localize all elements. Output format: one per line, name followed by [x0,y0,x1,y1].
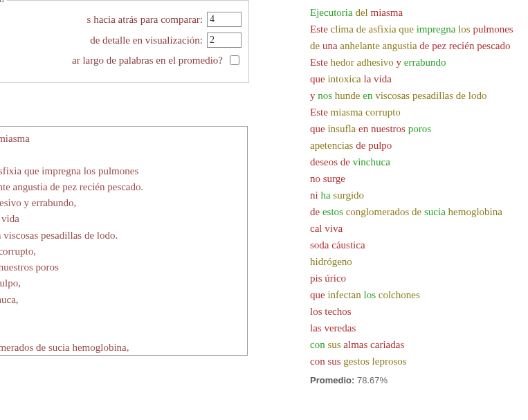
poem-token: una [322,40,340,51]
poem-token: la vida [364,73,392,84]
poem-token: anhelante angustia [340,40,419,51]
poem-line: con sus gestos leprosos [310,353,521,369]
poem-token: los techos [310,306,352,317]
average-label: Promedio: [310,375,354,385]
poem-token: hunde [335,90,363,101]
poem-token: no surge [310,173,345,184]
config-fieldset: guración s hacia atrás para comparar: de… [0,0,249,83]
poem-token: almas cariadas [343,339,404,350]
poem-token: viscosas pesadillas de lodo [375,90,486,101]
poem-token: sucia [424,206,448,217]
poem-token: hemoglobina [448,206,502,217]
poem-token: Este [310,57,331,68]
poem-line: pis úrico [310,270,521,286]
poem-line: las veredas [310,320,521,336]
poem-line: cal viva [310,220,521,237]
poem-token: infectan [327,289,363,300]
poem-token: y [397,57,404,68]
lookback-label: s hacia atrás para comparar: [87,14,203,26]
poem-line: ni ha surgido [310,187,521,203]
poem-line: Ejecutoria del miasma [310,4,521,21]
config-row-lookback: s hacia atrás para comparar: [0,12,242,27]
poem-line: hidrógeno [310,253,521,270]
textarea-wrap [0,126,249,358]
poem-token: nos [318,90,335,101]
poem-token: de [310,40,322,51]
poem-token: que [310,123,327,134]
config-row-detail: de detalle en visualización: [0,33,242,48]
poem-token: apetencias [310,140,356,151]
poem-token: poros [408,123,431,134]
poem-line: Este clima de asfixia que impregna los p… [310,21,521,37]
detail-input[interactable] [207,33,242,48]
poem-token: cal viva [310,223,343,234]
poem-token: en [363,90,375,101]
poem-token: hidrógeno [310,256,352,267]
poem-token: Este [310,24,331,35]
poem-textarea[interactable] [0,126,248,356]
poem-token: soda cáustica [310,239,365,250]
poem-token: errabundo [404,57,446,68]
poem-line: y nos hunde en viscosas pesadillas de lo… [310,87,521,104]
poem-line: soda cáustica [310,237,521,253]
poem-line: de estos conglomerados de sucia hemoglob… [310,203,521,220]
average-value: 78.67% [354,375,388,385]
poem-line: que infectan los colchones [310,286,521,303]
poem-token: pulmones [473,24,513,35]
poem-token: impregna [417,24,458,35]
poem-token: pis úrico [310,273,346,284]
lookback-input[interactable] [207,12,242,27]
wordlength-checkbox[interactable] [230,55,239,65]
poem-token: sus [327,339,343,350]
poem-token: que [310,289,327,300]
poem-token: miasma [370,7,403,18]
poem-line: deseos de vinchuca [310,154,521,170]
poem-token: de [310,206,322,217]
poem-line: no surge [310,170,521,187]
left-column: guración s hacia atrás para comparar: de… [0,0,249,385]
config-row-wordlength: ar largo de palabras en el promedio? [0,53,242,67]
poem-token: ni [310,190,320,201]
poem-token: gestos leprosos [343,356,406,367]
poem-line: de una anhelante angustia de pez recién … [310,37,521,54]
poem-line: que insufla en nuestros poros [310,120,521,137]
poem-token: deseos de [310,156,353,167]
poem-token: de pez recién pescado [419,40,510,51]
poem-line: los techos [310,303,521,320]
poem-token: vinchuca [353,156,390,167]
poem-token: clima de asfixia que [331,24,417,35]
poem-token: los [363,289,378,300]
poem-token: surgido [333,190,364,201]
config-legend: guración [0,0,7,5]
poem-token: Este [310,107,331,118]
poem-token: Ejecutoria [310,7,353,18]
poem-token: colchones [379,289,420,300]
poem-token: en nuestros [358,123,408,134]
poem-token: hedor adhesivo [331,57,397,68]
poem-token: de pulpo [356,140,392,151]
detail-label: de detalle en visualización: [90,35,203,46]
poem-token: los [458,24,473,35]
poem-token: del [353,7,371,18]
poem-token: que [310,73,327,84]
poem-visualization: Ejecutoria del miasmaEste clima de asfix… [310,4,521,388]
poem-line: Este hedor adhesivo y errabundo [310,54,521,71]
poem-line: que intoxica la vida [310,71,521,87]
poem-token: con [310,339,327,350]
poem-token: intoxica [327,73,363,84]
poem-token: estos [322,206,346,217]
poem-token: insufla [327,123,358,134]
poem-token: las veredas [310,322,356,334]
poem-token: ha [320,190,333,201]
poem-token: conglomerados de [346,206,424,217]
poem-line: apetencias de pulpo [310,137,521,154]
wordlength-label: ar largo de palabras en el promedio? [72,55,223,66]
average-line: Promedio: 78.67% [310,374,521,388]
poem-token: miasma corrupto [331,107,401,118]
poem-line: Este miasma corrupto [310,104,521,120]
poem-token: con sus [310,356,343,367]
poem-line: con sus almas cariadas [310,336,521,353]
poem-token: y [310,90,318,101]
